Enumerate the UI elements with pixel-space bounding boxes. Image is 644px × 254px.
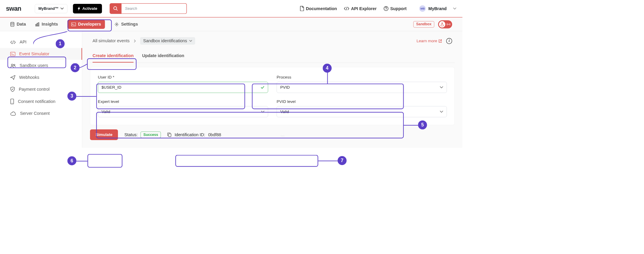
api-label: API Explorer <box>351 6 377 11</box>
learn-more-link[interactable]: Learn more <box>416 39 442 43</box>
breadcrumb-current[interactable]: Sandbox identifications <box>140 37 195 45</box>
annotation-3: 3 <box>67 92 76 101</box>
logo: swan <box>6 5 21 12</box>
nav-developers[interactable]: Developers <box>67 20 105 29</box>
brand-name: MyBrand <box>428 6 446 11</box>
svg-rect-3 <box>36 24 37 26</box>
sidebar-item-api[interactable]: API <box>0 36 82 48</box>
support-link[interactable]: Support <box>383 6 407 11</box>
sidebar-label: Event Simulator <box>19 51 49 57</box>
chevron-right-icon <box>134 39 136 43</box>
expert-level-field: Expert level Valid <box>98 99 268 117</box>
brand-indicator[interactable]: MB MyBrand <box>419 5 457 12</box>
annotation-box-6 <box>87 154 122 168</box>
pvid-level-field: PVID level Valid <box>277 99 447 117</box>
sidebar-item-sandbox-users[interactable]: Sandbox users <box>0 60 82 71</box>
simulate-button[interactable]: Simulate <box>90 129 118 140</box>
process-label: Process <box>277 75 447 80</box>
chevron-down-icon <box>189 40 192 42</box>
phone-icon <box>10 99 14 104</box>
chevron-down-icon <box>440 111 443 113</box>
tab-create-identification[interactable]: Create identification <box>93 51 134 62</box>
status-box: Status: Success <box>124 131 161 138</box>
sidebar-label: Sandbox users <box>20 63 48 68</box>
id-value: 0bdf88 … <box>208 132 285 137</box>
code-icon <box>10 40 16 44</box>
chevron-down-icon <box>261 111 264 113</box>
shield-check-icon <box>10 87 15 92</box>
docs-link[interactable]: Documentation <box>300 6 337 11</box>
content: All simulator events Sandbox identificat… <box>82 31 462 148</box>
chevron-down-icon <box>60 7 64 10</box>
annotation-2: 2 <box>71 63 80 72</box>
bolt-icon <box>78 7 80 11</box>
svg-rect-6 <box>72 23 76 26</box>
svg-point-2 <box>11 22 14 23</box>
nav-secondary: Data Insights Developers Settings Sandbo… <box>0 18 463 31</box>
status-badge: Success <box>141 131 161 138</box>
connector-7 <box>318 161 338 161</box>
id-label: Identification ID: <box>175 132 205 137</box>
api-explorer-link[interactable]: API Explorer <box>344 6 377 11</box>
result-row: Simulate Status: Success Identification … <box>90 129 455 140</box>
chevron-down-icon <box>453 7 456 10</box>
activate-button[interactable]: Activate <box>73 4 102 13</box>
pvid-level-select[interactable]: Valid <box>277 106 447 117</box>
nav-settings-label: Settings <box>121 22 138 27</box>
sidebar-label: Webhooks <box>19 75 40 80</box>
expert-level-label: Expert level <box>98 99 268 104</box>
env-toggle[interactable] <box>438 20 452 28</box>
breadcrumb: All simulator events Sandbox identificat… <box>90 31 455 51</box>
svg-rect-14 <box>169 134 171 137</box>
status-label: Status: <box>124 132 138 137</box>
nav-data-label: Data <box>17 22 26 27</box>
nav-developers-label: Developers <box>78 22 101 27</box>
help-icon <box>383 6 389 11</box>
nav-settings[interactable]: Settings <box>114 22 138 27</box>
annotation-5: 5 <box>418 120 427 129</box>
sidebar-label: API <box>20 40 26 45</box>
search-button[interactable] <box>110 3 121 14</box>
sandbox-badge: Sandbox <box>413 21 434 28</box>
sidebar-item-webhooks[interactable]: Webhooks <box>0 72 82 83</box>
send-icon <box>10 75 15 80</box>
search-input[interactable] <box>121 3 187 14</box>
svg-point-11 <box>14 64 15 65</box>
brand-dropdown[interactable]: MyBrand™ <box>35 4 67 13</box>
nav-insights[interactable]: Insights <box>35 22 58 27</box>
svg-rect-4 <box>37 23 38 26</box>
terminal-icon <box>10 52 15 56</box>
external-link-icon <box>438 39 442 43</box>
process-select[interactable]: PVID <box>277 82 447 93</box>
breadcrumb-all-events[interactable]: All simulator events <box>93 38 130 43</box>
nav-data[interactable]: Data <box>10 22 26 27</box>
tabs: Create identification Update identificat… <box>90 51 455 63</box>
sidebar-label: Consent notification <box>18 99 55 104</box>
user-id-input[interactable]: $USER_ID <box>98 82 268 93</box>
user-id-label: User ID * <box>98 75 268 80</box>
sidebar-item-server-consent[interactable]: Server Consent <box>0 108 82 119</box>
svg-point-0 <box>114 7 117 10</box>
expert-level-select[interactable]: Valid <box>98 106 268 117</box>
connector-6 <box>76 161 87 162</box>
info-icon[interactable]: i <box>446 38 452 44</box>
svg-point-13 <box>12 103 12 104</box>
annotation-7: 7 <box>338 156 347 165</box>
topbar: swan MyBrand™ Activate Documentation API… <box>0 0 463 18</box>
search-icon <box>113 6 118 11</box>
top-right: Documentation API Explorer Support MB My… <box>300 5 457 12</box>
flask-icon <box>439 21 446 28</box>
database-icon <box>10 22 14 27</box>
tab-update-identification[interactable]: Update identification <box>142 51 184 62</box>
sidebar-item-event-simulator[interactable]: Event Simulator <box>0 48 82 60</box>
copy-icon[interactable] <box>167 132 171 137</box>
nav-insights-label: Insights <box>42 22 58 27</box>
code-icon <box>344 7 349 10</box>
annotation-4: 4 <box>323 64 332 73</box>
annotation-6: 6 <box>67 156 76 165</box>
learn-more-label: Learn more <box>416 39 437 43</box>
brand-dd-label: MyBrand™ <box>38 6 59 11</box>
pvid-level-value: Valid <box>280 109 289 114</box>
avatar: MB <box>419 5 426 12</box>
cloud-icon <box>10 111 16 115</box>
